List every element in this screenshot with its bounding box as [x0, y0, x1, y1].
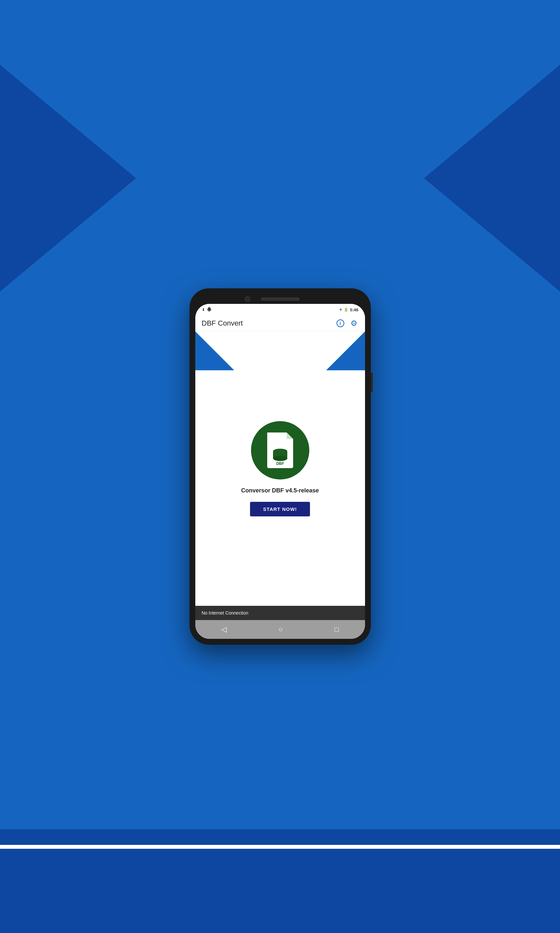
svg-point-4: [273, 456, 287, 461]
nav-bar: ◁ ○ □: [195, 620, 365, 639]
phone-screen: ⬇ ✈ 🔋 5:46 DBF Convert i: [195, 304, 365, 639]
content-triangle-right: [326, 331, 365, 370]
phone-speaker: [261, 297, 300, 301]
android-icon: [207, 307, 211, 313]
phone-side-button: [371, 373, 373, 392]
app-bar: DBF Convert i ⚙: [195, 316, 365, 331]
screen-content: DBF Conversor DBF v4.5-release START NOW…: [195, 331, 365, 606]
bg-triangle-left: [0, 65, 136, 291]
info-icon: i: [337, 319, 344, 327]
back-button[interactable]: ◁: [221, 625, 227, 634]
recents-icon: □: [335, 625, 339, 634]
info-icon-label: i: [340, 321, 341, 326]
battery-icon: 🔋: [344, 308, 349, 312]
back-icon: ◁: [221, 625, 227, 634]
snackbar: No Internet Connection: [195, 606, 365, 620]
home-button[interactable]: ○: [278, 625, 283, 634]
download-icon: ⬇: [202, 308, 205, 312]
bg-triangle-right: [424, 65, 560, 291]
home-icon: ○: [278, 625, 283, 634]
settings-button[interactable]: ⚙: [349, 319, 358, 328]
phone-body: ⬇ ✈ 🔋 5:46 DBF Convert i: [189, 288, 371, 645]
gear-icon: ⚙: [351, 319, 358, 328]
phone-camera: [245, 296, 250, 302]
status-bar: ⬇ ✈ 🔋 5:46: [195, 304, 365, 316]
snackbar-message: No Internet Connection: [202, 610, 248, 616]
dbf-icon-circle: DBF: [251, 421, 309, 479]
status-time: 5:46: [350, 308, 358, 312]
phone-mockup: ⬇ ✈ 🔋 5:46 DBF Convert i: [189, 288, 371, 645]
app-title: DBF Convert: [202, 319, 243, 328]
bg-bottom-stripe: [0, 845, 560, 849]
dbf-file-icon: DBF: [266, 433, 295, 468]
app-subtitle: Conversor DBF v4.5-release: [241, 487, 319, 494]
status-icons-left: ⬇: [202, 307, 211, 313]
status-icons-right: ✈ 🔋 5:46: [339, 308, 358, 312]
app-bar-icons: i ⚙: [336, 319, 358, 328]
airplane-icon: ✈: [339, 308, 342, 312]
info-button[interactable]: i: [336, 319, 345, 328]
svg-text:DBF: DBF: [276, 461, 284, 466]
content-triangle-left: [195, 331, 234, 370]
start-now-button[interactable]: START NOW!: [250, 502, 310, 516]
recents-button[interactable]: □: [335, 625, 339, 634]
